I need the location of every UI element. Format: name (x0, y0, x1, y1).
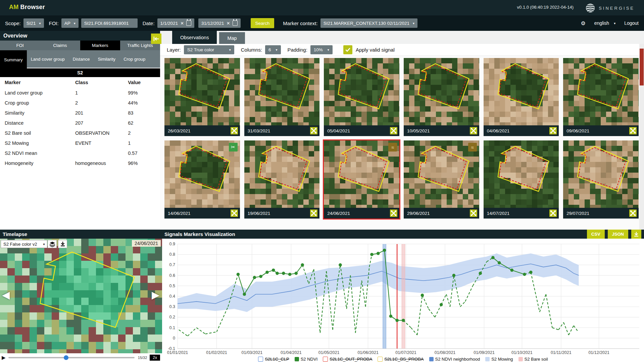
clear-date-icon[interactable]: ✕ (180, 21, 184, 26)
legend-swatch (258, 357, 263, 362)
timelapse-layers-button[interactable] (48, 240, 57, 248)
observation-tile[interactable]: ✂14/06/2021 (164, 140, 240, 219)
calendar-icon[interactable] (186, 20, 191, 26)
expand-icon[interactable] (231, 209, 238, 217)
observation-tile[interactable]: 09/06/2021 (563, 58, 639, 136)
expand-icon[interactable] (390, 209, 397, 217)
gear-icon[interactable]: ⚙ (581, 20, 585, 26)
observation-image[interactable] (484, 58, 559, 125)
calendar-icon[interactable] (233, 20, 238, 26)
timelapse-layer-select[interactable]: S2 False color v2▾ (1, 240, 47, 248)
expand-icon[interactable] (470, 127, 477, 134)
observation-tile[interactable]: 26/03/2021 (164, 58, 240, 136)
svg-text:0.1: 0.1 (169, 325, 175, 330)
chevron-down-icon: ▾ (413, 21, 414, 25)
previous-frame-arrow[interactable]: ◀ (2, 289, 10, 301)
expand-icon[interactable] (549, 209, 557, 217)
sidebar-subtab-land-cover-group[interactable]: Land cover group (27, 50, 69, 68)
svg-text:0.8: 0.8 (169, 252, 175, 257)
expand-icon[interactable] (549, 127, 557, 134)
observation-tile[interactable]: ≈24/06/2021 (324, 140, 399, 219)
sidebar-subtab-distance[interactable]: Distance (69, 50, 94, 68)
expand-icon[interactable] (629, 209, 637, 217)
legend-item-s2-ndvi[interactable]: S2 NDVI (295, 357, 318, 362)
sidebar-subtab-crop-group[interactable]: Crop group (119, 50, 149, 68)
table-row: S2 Bare soilOBSERVATION2 (0, 128, 160, 138)
table-cell: 62 (123, 118, 160, 128)
legend-item-s2l1c-bs-proba[interactable]: S2L1C_BS_PROBA (378, 357, 424, 362)
expand-icon[interactable] (629, 127, 637, 134)
date-to-input[interactable]: 31/12/2021 ✕ (198, 18, 240, 28)
playback-speed-button[interactable]: 2x (150, 355, 160, 361)
expand-icon[interactable] (390, 127, 397, 134)
observation-date: 05/04/2021 (327, 128, 350, 133)
logout-button[interactable]: Logout (624, 20, 639, 26)
timelapse-slider-thumb[interactable] (64, 355, 68, 360)
expand-icon[interactable] (310, 209, 317, 217)
timelapse-panel: S2 False color v2▾ 24/06/2021 ◀ ▶ ▶ 15/3… (0, 239, 162, 362)
observation-image[interactable] (164, 58, 240, 125)
observation-tile[interactable]: 04/06/2021 (484, 58, 559, 136)
tab-observations[interactable]: Observations (172, 31, 217, 44)
marker-context-select[interactable]: SI21.MARKER_CONTEXT.130 02/11/2021▾ (320, 18, 417, 28)
clear-date-icon[interactable]: ✕ (227, 21, 230, 26)
observations-panel: ObservationsMap Layer: S2 True color▾ Co… (160, 31, 644, 230)
columns-select[interactable]: 6▾ (265, 45, 281, 54)
grid-scrollbar[interactable] (639, 44, 644, 230)
observation-tile[interactable]: ≈29/06/2021 (404, 140, 479, 219)
observation-image[interactable] (244, 140, 320, 208)
scope-select[interactable]: SI21▾ (23, 18, 44, 28)
language-select[interactable]: english▾ (594, 20, 615, 26)
observation-tile[interactable]: 10/05/2021 (404, 58, 479, 136)
expand-icon[interactable] (231, 127, 238, 134)
json-export-button[interactable]: JSON (608, 230, 628, 239)
foi-type-select[interactable]: AP▾ (61, 18, 79, 28)
csv-export-button[interactable]: CSV (587, 230, 605, 239)
timelapse-slider[interactable] (8, 357, 135, 358)
search-button[interactable]: Search (251, 18, 275, 28)
legend-item-s2-ndvi-neighborhood[interactable]: S2 NDVI neighborhood (429, 357, 480, 362)
date-from-input[interactable]: 1/1/2021 ✕ (157, 18, 194, 28)
layer-select[interactable]: S2 True color▾ (184, 45, 234, 54)
legend-item-s2l1c-clp[interactable]: S2L1C_CLP (258, 357, 289, 362)
sidebar-tab-foi[interactable]: FOI (0, 41, 40, 50)
observation-image[interactable] (563, 140, 639, 208)
chart-download-button[interactable] (631, 230, 641, 239)
table-cell: S2 NDVI mean (0, 148, 70, 158)
s2-section-header: S2 (0, 68, 160, 77)
observation-tile[interactable]: 19/06/2021 (244, 140, 320, 219)
observation-image[interactable] (563, 58, 639, 125)
legend-item-s2-mowing[interactable]: S2 Mowing (485, 357, 513, 362)
grid-scrollbar-thumb[interactable] (640, 49, 644, 85)
sidebar-subtab-similarity[interactable]: Similarity (94, 50, 119, 68)
observation-tile[interactable]: 29/07/2021 (563, 140, 639, 219)
play-button[interactable]: ▶ (2, 355, 6, 361)
tab-map[interactable]: Map (219, 32, 245, 44)
observation-image[interactable]: ≈ (324, 140, 399, 208)
chevron-down-icon: ▾ (229, 48, 231, 52)
observation-tile[interactable]: 05/04/2021 (324, 58, 399, 136)
legend-item-s2-bare-soil[interactable]: S2 Bare soil (518, 357, 548, 362)
padding-select[interactable]: 10%▾ (310, 45, 333, 54)
expand-icon[interactable] (310, 127, 317, 134)
observation-image[interactable]: ≈ (404, 140, 479, 208)
chevron-down-icon: ▾ (43, 242, 45, 246)
observation-image[interactable] (484, 140, 559, 208)
expand-icon[interactable] (470, 209, 477, 217)
sidebar-subtab-summary[interactable]: Summary (0, 50, 27, 69)
sidebar-tab-markers[interactable]: Markers (80, 41, 120, 50)
observation-tile[interactable]: 14/07/2021 (484, 140, 559, 219)
sidebar-collapse-button[interactable] (151, 34, 161, 44)
legend-item-s2l1c-out-proba[interactable]: S2L1C_OUT_PROBA (323, 357, 372, 362)
observation-image[interactable]: ✂ (164, 140, 240, 208)
apply-valid-signal-checkbox[interactable] (343, 45, 352, 54)
next-frame-arrow[interactable]: ▶ (152, 289, 159, 301)
observation-tile-bar: 26/03/2021 (164, 125, 240, 136)
observation-tile[interactable]: 31/03/2021 (244, 58, 320, 136)
observation-image[interactable] (324, 58, 399, 125)
observation-image[interactable] (244, 58, 320, 125)
sidebar-tab-claims[interactable]: Claims (40, 41, 80, 50)
observation-image[interactable] (404, 58, 479, 125)
timelapse-download-button[interactable] (58, 240, 67, 248)
foi-id-input[interactable]: SI21.FOI.6913918001 (81, 18, 138, 28)
